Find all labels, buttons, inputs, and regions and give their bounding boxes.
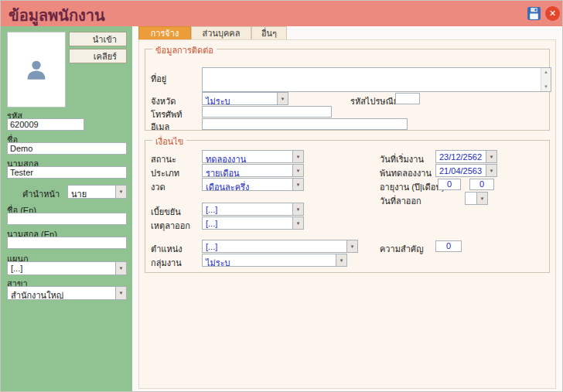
email-input[interactable] [202,118,408,130]
status-value: ทดลองงาน [202,150,292,163]
chevron-down-icon[interactable]: ▼ [336,254,347,267]
province-select[interactable]: ไม่ระบุ ▼ [202,92,288,105]
start-date-value: 23/12/2562 [435,150,486,163]
name-input[interactable] [7,142,127,155]
chevron-down-icon[interactable]: ▼ [115,185,127,199]
chevron-down-icon[interactable]: ▼ [486,164,497,177]
close-icon[interactable]: ✕ [545,6,560,21]
chevron-down-icon[interactable]: ▼ [115,286,127,300]
department-value: [...] [7,261,115,275]
name-en-input[interactable] [7,213,127,225]
type-label: ประเภท [151,166,179,180]
status-select[interactable]: ทดลองงาน ▼ [202,150,304,163]
save-icon [527,6,541,21]
resign-date-label: วันที่ลาออก [380,194,421,208]
address-label: ที่อยู่ [151,72,166,86]
address-textarea[interactable]: ▲ ▼ [202,67,551,92]
probation-end-label: พ้นทดลองงาน [380,166,432,180]
chevron-down-icon[interactable]: ▼ [292,216,304,230]
status-label: สถานะ [151,152,176,166]
employee-info-window: ข้อมูลพนักงาน ✕ นำเข้า เคลียร์ รหัส ชื่อ… [0,0,563,392]
surname-en-input[interactable] [7,237,127,249]
surname-input[interactable] [7,166,127,179]
import-photo-button[interactable]: นำเข้า [69,32,127,46]
position-label: ตำแหน่ง [151,242,183,256]
tab-other[interactable]: อื่นๆ [251,26,287,39]
workgroup-value: ไม่ระบุ [202,254,336,267]
province-label: จังหวัด [151,94,176,108]
work-age-months-input[interactable]: 0 [469,179,494,190]
chevron-down-icon[interactable]: ▼ [476,192,488,205]
workgroup-label: กลุ่มงาน [151,256,182,270]
scroll-up-icon[interactable]: ▲ [541,68,551,77]
tab-personal[interactable]: ส่วนบุคคล [191,26,251,39]
resign-date-picker[interactable]: ▼ [465,192,488,205]
period-select[interactable]: เดือนละครึ่ง ▼ [202,178,304,191]
position-value: [...] [202,240,346,253]
clear-photo-button[interactable]: เคลียร์ [69,49,127,63]
postal-code-input[interactable] [395,93,420,104]
postal-code-label: รหัสไปรษณีย์ [350,94,398,108]
chevron-down-icon[interactable]: ▼ [486,150,497,163]
resign-reason-label: เหตุลาออก [151,219,190,233]
chevron-down-icon[interactable]: ▼ [346,240,358,253]
importance-label: ความสำคัญ [380,242,424,256]
type-select[interactable]: รายเดือน ▼ [202,164,304,177]
branch-select[interactable]: สำนักงานใหญ่ ▼ [7,286,127,300]
tab-employment[interactable]: การจ้าง [138,26,191,39]
resign-reason-value: [...] [202,216,292,230]
workgroup-select[interactable]: ไม่ระบุ ▼ [202,254,347,267]
person-icon [23,56,49,83]
email-label: อีเมล [151,120,169,134]
period-label: งวด [151,180,165,194]
page-title: ข้อมูลพนักงาน [9,3,105,28]
work-age-years-input[interactable]: 0 [438,179,461,190]
resign-reason-select[interactable]: [...] ▼ [202,216,304,230]
chevron-down-icon[interactable]: ▼ [292,150,304,163]
diligence-label: เบี้ยขยัน [151,205,181,219]
probation-end-picker[interactable]: 21/04/2563 ▼ [435,164,497,177]
resign-date-value [465,192,476,205]
diligence-select[interactable]: [...] ▼ [202,203,304,216]
chevron-down-icon[interactable]: ▼ [277,92,288,105]
save-button[interactable] [527,6,541,21]
start-date-picker[interactable]: 23/12/2562 ▼ [435,150,497,163]
chevron-down-icon[interactable]: ▼ [292,164,304,177]
code-input[interactable] [7,118,84,131]
province-value: ไม่ระบุ [202,92,277,105]
branch-value: สำนักงานใหญ่ [7,286,115,300]
chevron-down-icon[interactable]: ▼ [292,203,304,216]
chevron-down-icon[interactable]: ▼ [292,178,304,191]
phone-input[interactable] [202,106,332,118]
address-scrollbar[interactable]: ▲ ▼ [541,68,551,91]
chevron-down-icon[interactable]: ▼ [115,261,127,275]
prefix-value: นาย [67,185,115,199]
contact-group-title: ข้อมูลการติดต่อ [152,43,217,57]
diligence-value: [...] [202,203,292,216]
department-select[interactable]: [...] ▼ [7,261,127,275]
period-value: เดือนละครึ่ง [202,178,292,191]
work-age-label: อายุงาน (ปี|เดือน) [380,180,445,194]
probation-end-value: 21/04/2563 [435,164,486,177]
type-value: รายเดือน [202,164,292,177]
title-bar: ข้อมูลพนักงาน ✕ [1,1,563,26]
employee-photo-placeholder[interactable] [7,32,66,107]
position-select[interactable]: [...] ▼ [202,240,358,253]
start-date-label: วันที่เริ่มงาน [380,152,424,166]
conditions-group-title: เงื่อนไข [152,135,186,148]
scroll-down-icon[interactable]: ▼ [541,83,551,91]
prefix-label: คำนำหน้า [22,187,60,201]
prefix-select[interactable]: นาย ▼ [67,185,127,199]
importance-input[interactable]: 0 [435,240,462,252]
